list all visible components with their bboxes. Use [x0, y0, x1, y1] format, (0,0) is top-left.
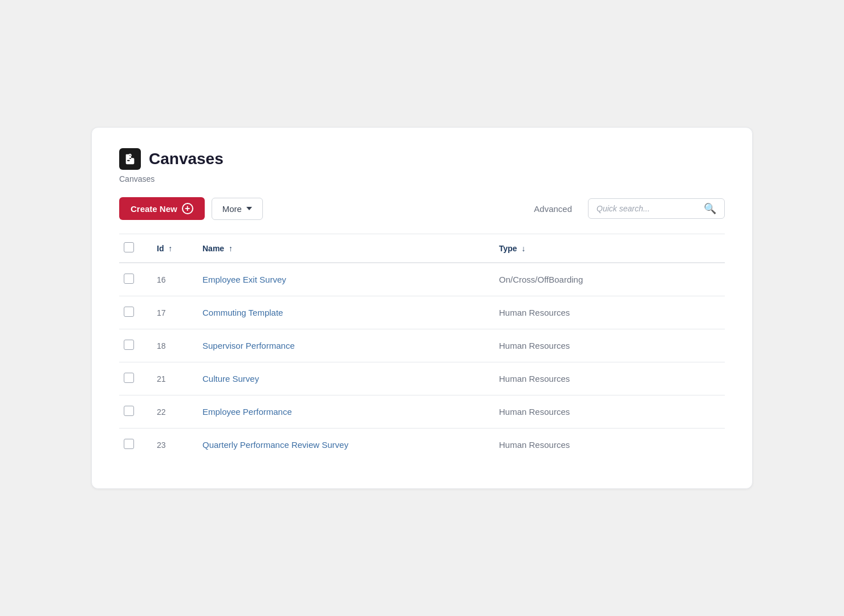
search-input[interactable] [597, 204, 699, 213]
more-button[interactable]: More [212, 198, 263, 220]
page-title: Canvases [149, 150, 224, 168]
row-name-link-3[interactable]: Culture Survey [202, 374, 259, 384]
canvases-icon [119, 148, 141, 170]
row-checkbox-cell [119, 296, 148, 329]
row-checkbox-1[interactable] [124, 307, 134, 317]
row-name-5: Quarterly Performance Review Survey [193, 429, 490, 462]
header-name-col[interactable]: Name ↑ [193, 234, 490, 263]
row-type-4: Human Resources [490, 395, 725, 429]
search-icon[interactable]: 🔍 [704, 203, 716, 214]
row-checkbox-cell [119, 395, 148, 429]
search-box: 🔍 [588, 198, 725, 219]
breadcrumb: Canvases [119, 174, 725, 183]
header-type-col[interactable]: Type ↓ [490, 234, 725, 263]
type-sort-icon: ↓ [522, 244, 526, 253]
main-card: Canvases Canvases Create New + More Adva… [91, 127, 753, 489]
header-checkbox-col [119, 234, 148, 263]
table-row: 21 Culture Survey Human Resources [119, 362, 725, 395]
row-checkbox-2[interactable] [124, 340, 134, 350]
header-id-label: Id [157, 244, 166, 253]
row-name-link-4[interactable]: Employee Performance [202, 407, 292, 417]
row-id-4: 22 [148, 395, 193, 429]
row-type-5: Human Resources [490, 429, 725, 462]
create-new-label: Create New [131, 204, 177, 214]
row-name-link-5[interactable]: Quarterly Performance Review Survey [202, 440, 348, 450]
row-checkbox-cell [119, 329, 148, 362]
row-checkbox-cell [119, 429, 148, 462]
table-body: 16 Employee Exit Survey On/Cross/OffBoar… [119, 263, 725, 461]
canvases-table: Id ↑ Name ↑ Type ↓ 16 Employee Exit Su [119, 234, 725, 461]
row-name-3: Culture Survey [193, 362, 490, 395]
row-name-1: Commuting Template [193, 296, 490, 329]
row-type-0: On/Cross/OffBoarding [490, 263, 725, 296]
advanced-button[interactable]: Advanced [525, 198, 581, 219]
row-id-3: 21 [148, 362, 193, 395]
toolbar: Create New + More Advanced 🔍 [119, 197, 725, 220]
row-type-1: Human Resources [490, 296, 725, 329]
page-wrapper: Canvases Canvases Create New + More Adva… [0, 0, 844, 616]
chevron-down-icon [246, 207, 252, 210]
row-name-link-0[interactable]: Employee Exit Survey [202, 275, 286, 284]
header-type-label: Type [499, 244, 520, 253]
row-checkbox-4[interactable] [124, 406, 134, 416]
row-id-5: 23 [148, 429, 193, 462]
row-name-link-1[interactable]: Commuting Template [202, 308, 283, 317]
create-new-button[interactable]: Create New + [119, 197, 205, 220]
select-all-checkbox[interactable] [124, 242, 134, 252]
row-checkbox-3[interactable] [124, 373, 134, 383]
table-row: 17 Commuting Template Human Resources [119, 296, 725, 329]
page-header: Canvases [119, 148, 725, 170]
row-checkbox-cell [119, 263, 148, 296]
row-id-1: 17 [148, 296, 193, 329]
table-header-row: Id ↑ Name ↑ Type ↓ [119, 234, 725, 263]
table-row: 16 Employee Exit Survey On/Cross/OffBoar… [119, 263, 725, 296]
row-name-4: Employee Performance [193, 395, 490, 429]
more-label: More [222, 204, 242, 214]
id-sort-icon: ↑ [168, 244, 172, 253]
row-type-3: Human Resources [490, 362, 725, 395]
table-row: 23 Quarterly Performance Review Survey H… [119, 429, 725, 462]
row-type-2: Human Resources [490, 329, 725, 362]
row-checkbox-5[interactable] [124, 439, 134, 449]
header-id-col[interactable]: Id ↑ [148, 234, 193, 263]
row-checkbox-cell [119, 362, 148, 395]
row-name-link-2[interactable]: Supervisor Performance [202, 341, 295, 350]
table-row: 22 Employee Performance Human Resources [119, 395, 725, 429]
row-name-0: Employee Exit Survey [193, 263, 490, 296]
name-sort-icon: ↑ [229, 244, 233, 253]
plus-icon: + [182, 203, 193, 214]
table-row: 18 Supervisor Performance Human Resource… [119, 329, 725, 362]
row-checkbox-0[interactable] [124, 274, 134, 284]
row-id-0: 16 [148, 263, 193, 296]
row-id-2: 18 [148, 329, 193, 362]
header-name-label: Name [202, 244, 226, 253]
row-name-2: Supervisor Performance [193, 329, 490, 362]
